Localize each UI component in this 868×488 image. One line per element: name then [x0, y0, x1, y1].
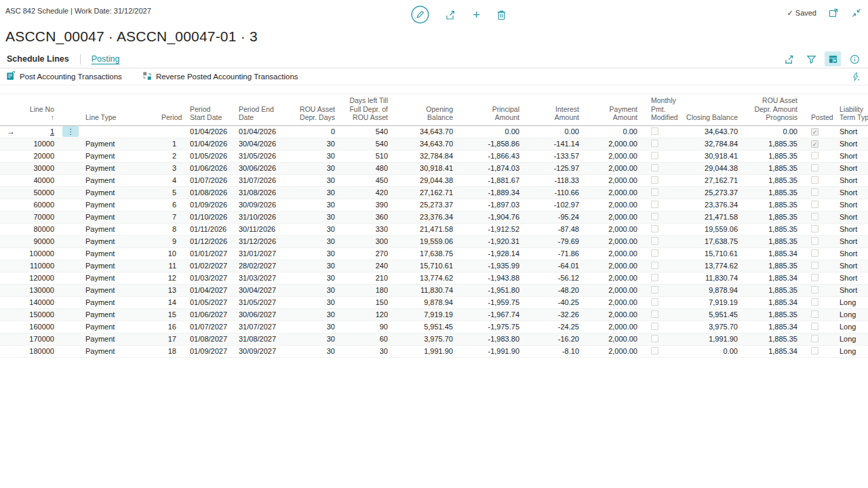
cell-closing[interactable]: 19,559.06: [677, 223, 745, 235]
cell-period_end[interactable]: 30/09/2026: [232, 199, 293, 211]
trash-icon[interactable]: [495, 8, 508, 22]
cell-interest[interactable]: -110.66: [526, 186, 586, 199]
cell-closing[interactable]: 29,044.38: [677, 162, 745, 174]
line-no-value[interactable]: 100000: [29, 249, 54, 258]
cell-rou_days[interactable]: 30: [293, 272, 342, 284]
cell-term[interactable]: Short: [833, 138, 868, 150]
cell-term[interactable]: Short: [833, 235, 868, 247]
monthly-modified-checkbox[interactable]: [651, 152, 658, 159]
line-no-value[interactable]: 70000: [33, 213, 54, 221]
cell-line_type[interactable]: Payment: [79, 223, 155, 235]
cell-days_left[interactable]: 150: [342, 296, 395, 308]
posted-checkbox[interactable]: [811, 188, 818, 196]
cell-period_end[interactable]: 31/10/2026: [232, 211, 293, 223]
cell-period_end[interactable]: 31/08/2026: [232, 186, 293, 199]
cell-period_start[interactable]: 01/07/2027: [183, 321, 232, 333]
cell-period_end[interactable]: 31/01/2027: [232, 247, 293, 260]
posted-checkbox[interactable]: [811, 237, 818, 245]
cell-payment[interactable]: 2,000.00: [586, 199, 644, 211]
cell-rou_days[interactable]: 30: [293, 162, 342, 174]
cell-payment[interactable]: 2,000.00: [586, 174, 644, 186]
posted-checkbox[interactable]: [811, 213, 818, 220]
monthly-modified-checkbox[interactable]: [651, 140, 658, 147]
cell-term[interactable]: Short: [833, 186, 868, 199]
cell-rou_days[interactable]: 30: [293, 150, 342, 162]
cell-payment[interactable]: 0.00: [586, 125, 644, 138]
cell-term[interactable]: Short: [833, 223, 868, 235]
cell-prognosis[interactable]: 1,885.35: [745, 308, 804, 321]
cell-principal[interactable]: -1,920.31: [460, 235, 526, 247]
cell-line_no[interactable]: 170000: [20, 333, 61, 345]
cell-period_start[interactable]: 01/05/2027: [183, 296, 232, 308]
line-no-value[interactable]: 50000: [33, 188, 54, 197]
cell-term[interactable]: Long: [833, 345, 868, 357]
col-header-interest[interactable]: Interest Amount: [526, 94, 586, 126]
cell-days_left[interactable]: 180: [342, 284, 395, 296]
cell-period[interactable]: 18: [155, 345, 183, 357]
cell-principal[interactable]: -1,935.99: [460, 260, 526, 272]
cell-line_no[interactable]: 20000: [20, 150, 61, 162]
cell-line_no[interactable]: 120000: [20, 272, 61, 284]
cell-rou_days[interactable]: 30: [293, 138, 342, 150]
cell-selector[interactable]: [0, 321, 20, 333]
cell-selector[interactable]: →: [0, 125, 20, 138]
cell-line_type[interactable]: Payment: [79, 272, 155, 284]
line-no-value[interactable]: 160000: [29, 323, 54, 331]
cell-term[interactable]: Long: [833, 333, 868, 345]
cell-principal[interactable]: -1,967.74: [460, 308, 526, 321]
cell-days_left[interactable]: 240: [342, 260, 395, 272]
cell-opening[interactable]: 25,273.37: [395, 199, 460, 211]
cell-term[interactable]: Long: [833, 308, 868, 321]
cell-payment[interactable]: 2,000.00: [586, 321, 644, 333]
cell-interest[interactable]: -64.01: [526, 260, 586, 272]
cell-rou_days[interactable]: 30: [293, 186, 342, 199]
cell-period_start[interactable]: 01/08/2027: [183, 333, 232, 345]
cell-opening[interactable]: 30,918.41: [395, 162, 460, 174]
cell-period[interactable]: 2: [155, 150, 183, 162]
cell-payment[interactable]: 2,000.00: [586, 186, 644, 199]
add-icon[interactable]: +: [471, 9, 481, 21]
cell-period_end[interactable]: 30/09/2027: [232, 345, 293, 357]
cell-payment[interactable]: 2,000.00: [586, 333, 644, 345]
cell-period_end[interactable]: 31/12/2026: [232, 235, 293, 247]
col-header-opening[interactable]: Opening Balance: [395, 94, 460, 126]
cell-prognosis[interactable]: 1,885.34: [745, 247, 804, 260]
cell-rou_days[interactable]: 30: [293, 174, 342, 186]
cell-line_no[interactable]: 30000: [20, 162, 61, 174]
cell-period[interactable]: [155, 125, 183, 138]
cell-term[interactable]: Short: [833, 211, 868, 223]
cell-rou_days[interactable]: 30: [293, 296, 342, 308]
cell-line_type[interactable]: Payment: [79, 247, 155, 260]
posted-checkbox[interactable]: [811, 298, 818, 306]
cell-period_end[interactable]: 30/04/2026: [232, 138, 293, 150]
line-no-value[interactable]: 30000: [33, 164, 54, 172]
cell-line_type[interactable]: [79, 125, 155, 138]
cell-days_left[interactable]: 210: [342, 272, 395, 284]
popout-icon[interactable]: [827, 7, 840, 19]
cell-line_no[interactable]: 90000: [20, 235, 61, 247]
cell-selector[interactable]: [0, 345, 20, 357]
cell-principal[interactable]: -1,975.75: [460, 321, 526, 333]
cell-line_type[interactable]: Payment: [79, 345, 155, 357]
cell-period[interactable]: 4: [155, 174, 183, 186]
cell-period_end[interactable]: 01/04/2026: [232, 125, 293, 138]
cell-period_start[interactable]: 01/11/2026: [183, 223, 232, 235]
cell-opening[interactable]: 5,951.45: [395, 321, 460, 333]
cell-closing[interactable]: 5,951.45: [677, 308, 745, 321]
cell-line_no[interactable]: 160000: [20, 321, 61, 333]
cell-selector[interactable]: [0, 162, 20, 174]
cell-term[interactable]: Short: [833, 125, 868, 138]
cell-term[interactable]: Short: [833, 174, 868, 186]
cell-line_no[interactable]: 110000: [20, 260, 61, 272]
cell-period[interactable]: 11: [155, 260, 183, 272]
monthly-modified-checkbox[interactable]: [651, 274, 658, 281]
monthly-modified-checkbox[interactable]: [651, 188, 658, 196]
col-header-term[interactable]: Liability Term Type: [833, 94, 868, 126]
line-no-value[interactable]: 80000: [33, 225, 54, 233]
cell-line_no[interactable]: 10000: [20, 138, 61, 150]
cell-line_type[interactable]: Payment: [79, 321, 155, 333]
cell-payment[interactable]: 2,000.00: [586, 272, 644, 284]
cell-days_left[interactable]: 30: [342, 345, 395, 357]
posted-checkbox[interactable]: [811, 286, 818, 293]
cell-selector[interactable]: [0, 308, 20, 321]
